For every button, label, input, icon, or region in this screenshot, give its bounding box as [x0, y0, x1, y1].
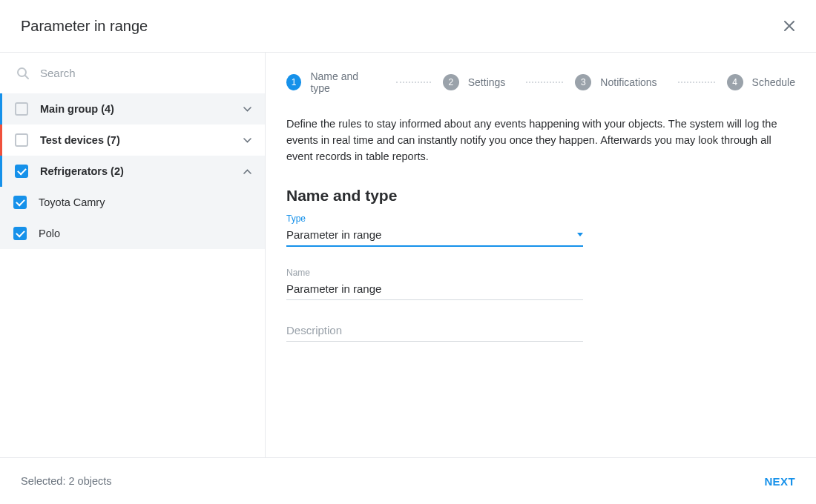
step-connector [396, 82, 430, 83]
object-item-toyota-camry[interactable]: Toyota Camry [0, 187, 265, 218]
step-number: 4 [727, 74, 743, 90]
search-row [0, 53, 265, 93]
field-label: Type [286, 213, 583, 224]
object-label: Polo [39, 228, 251, 239]
field-label: Name [286, 268, 583, 278]
step-label: Notifications [600, 76, 657, 88]
checkbox[interactable] [15, 102, 28, 116]
close-icon [783, 20, 795, 32]
dialog-footer: Selected: 2 objects NEXT [0, 457, 816, 504]
selection-count: Selected: 2 objects [21, 475, 112, 487]
field-name: Name [286, 268, 583, 300]
dialog-body: Main group (4) Test devices (7) Refriger… [0, 53, 816, 457]
type-select[interactable]: Parameter in range [286, 225, 583, 247]
group-label: Test devices (7) [40, 134, 231, 146]
select-value: Parameter in range [286, 228, 381, 241]
step-settings[interactable]: 2 Settings [443, 74, 576, 90]
step-number: 3 [575, 74, 591, 90]
object-label: Toyota Camry [39, 196, 251, 208]
step-name-and-type[interactable]: 1 Name and type [286, 70, 443, 94]
description-input[interactable] [286, 324, 583, 336]
wizard-stepper: 1 Name and type 2 Settings 3 Notificatio… [286, 70, 795, 94]
chevron-down-icon[interactable] [243, 107, 251, 112]
chevron-up-icon[interactable] [243, 169, 251, 174]
dialog-header: Parameter in range [0, 0, 816, 53]
checkbox[interactable] [13, 227, 27, 240]
intro-text: Define the rules to stay informed about … [286, 116, 795, 165]
checkbox[interactable] [15, 133, 28, 147]
group-refrigerators[interactable]: Refrigerators (2) [0, 156, 265, 187]
group-main[interactable]: Main group (4) [0, 93, 265, 125]
name-input-wrap [286, 279, 583, 300]
description-input-wrap [286, 321, 583, 342]
name-input[interactable] [286, 282, 583, 295]
search-input[interactable] [40, 67, 249, 79]
step-notifications[interactable]: 3 Notifications [575, 74, 726, 90]
dialog-title: Parameter in range [21, 18, 148, 35]
checkbox[interactable] [15, 165, 28, 178]
section-title: Name and type [286, 187, 795, 205]
next-button[interactable]: NEXT [764, 475, 795, 488]
group-children: Toyota Camry Polo [0, 187, 265, 249]
group-label: Refrigerators (2) [40, 165, 231, 177]
step-number: 1 [286, 74, 301, 90]
search-icon [16, 67, 30, 80]
step-connector [678, 82, 715, 83]
object-sidebar: Main group (4) Test devices (7) Refriger… [0, 53, 266, 457]
step-schedule[interactable]: 4 Schedule [727, 74, 795, 90]
object-item-polo[interactable]: Polo [0, 218, 265, 249]
svg-line-1 [25, 76, 28, 79]
step-label: Schedule [752, 76, 795, 88]
dropdown-caret-icon [577, 233, 583, 236]
checkbox[interactable] [13, 196, 27, 209]
step-number: 2 [443, 74, 459, 90]
chevron-down-icon[interactable] [243, 138, 251, 143]
close-button[interactable] [783, 20, 795, 32]
step-label: Settings [468, 76, 506, 88]
main-panel: 1 Name and type 2 Settings 3 Notificatio… [266, 53, 816, 457]
step-label: Name and type [310, 70, 375, 94]
field-type[interactable]: Type Parameter in range [286, 213, 583, 247]
object-tree: Main group (4) Test devices (7) Refriger… [0, 93, 265, 457]
group-test-devices[interactable]: Test devices (7) [0, 125, 265, 156]
field-description [286, 321, 583, 342]
group-label: Main group (4) [40, 103, 231, 115]
step-connector [526, 82, 563, 83]
